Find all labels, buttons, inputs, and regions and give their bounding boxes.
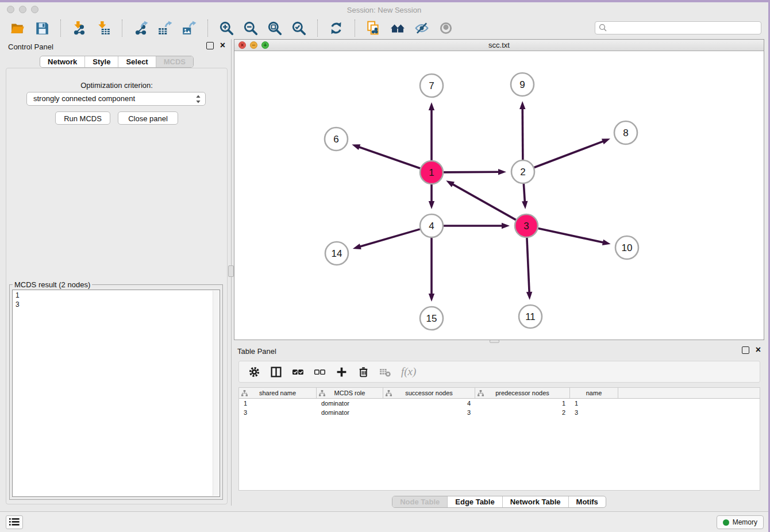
edge-arrow-4-15: [429, 294, 434, 302]
table-float-icon[interactable]: [742, 346, 749, 354]
control-panel: Control Panel × NetworkStyleSelectMCDS O…: [5, 39, 229, 507]
table-cell[interactable]: 3: [239, 409, 317, 416]
window-title: Session: New Session: [0, 6, 768, 14]
table-row[interactable]: 1dominator411: [239, 399, 760, 408]
export-network-button[interactable]: [132, 19, 150, 37]
import-table-button[interactable]: [94, 19, 113, 37]
edge-3-1[interactable]: [452, 184, 516, 220]
search-container: [595, 21, 761, 34]
duplicate-network-icon: [366, 21, 381, 36]
vertical-splitter-handle[interactable]: [228, 265, 234, 277]
node-label-15: 15: [426, 313, 437, 324]
split-panel-button[interactable]: [268, 363, 285, 380]
result-scrollbar[interactable]: [213, 291, 219, 496]
export-image-button[interactable]: [180, 19, 198, 37]
toolbar-separator: [207, 20, 208, 37]
tab-node-table[interactable]: Node Table: [392, 496, 447, 507]
mcds-result-group: MCDS result (2 nodes) 13: [9, 284, 223, 500]
edge-2-9[interactable]: [522, 108, 523, 160]
table-cell[interactable]: 2: [475, 409, 570, 416]
zoom-fit-button[interactable]: [265, 19, 284, 37]
table-cell[interactable]: 1: [570, 400, 618, 407]
run-mcds-button[interactable]: Run MCDS: [55, 111, 110, 125]
table-cell[interactable]: dominator: [317, 409, 383, 416]
duplicate-network-button[interactable]: [364, 19, 383, 37]
column-header-MCDS-role[interactable]: MCDS role: [317, 388, 383, 398]
edge-1-6[interactable]: [359, 147, 420, 169]
tab-edge-table[interactable]: Edge Table: [447, 496, 502, 507]
edge-1-2[interactable]: [444, 172, 499, 172]
network-titlebar[interactable]: × − + scc.txt: [234, 40, 764, 51]
table-cell[interactable]: 1: [239, 400, 317, 407]
column-header-predecessor-nodes[interactable]: predecessor nodes: [475, 388, 570, 398]
table-close-icon[interactable]: ×: [756, 345, 761, 355]
export-table-button[interactable]: [156, 19, 174, 37]
zoom-out-button[interactable]: [241, 19, 260, 37]
toolbar-separator: [60, 20, 61, 37]
tab-style[interactable]: Style: [84, 56, 118, 67]
node-label-9: 9: [519, 79, 525, 90]
column-header-successor-nodes[interactable]: successor nodes: [383, 388, 475, 398]
zoom-selected-button[interactable]: [290, 19, 308, 37]
network-minimize-button[interactable]: −: [250, 41, 257, 49]
criterion-dropdown[interactable]: strongly connected component: [26, 92, 206, 106]
close-panel-icon[interactable]: ×: [220, 40, 225, 51]
home-button[interactable]: [388, 19, 407, 37]
edge-3-11[interactable]: [527, 238, 529, 293]
tab-network[interactable]: Network: [40, 56, 84, 67]
table-cell[interactable]: dominator: [317, 400, 383, 407]
table-cell[interactable]: 4: [383, 400, 475, 407]
export-image-icon: [182, 21, 197, 36]
column-header-name[interactable]: name: [570, 388, 618, 398]
settings-button[interactable]: [246, 363, 263, 380]
export-table-icon: [157, 21, 172, 36]
refresh-button[interactable]: [327, 19, 345, 37]
criterion-value: strongly connected component: [33, 94, 135, 103]
table-header-row: shared nameMCDS rolesuccessor nodesprede…: [239, 388, 760, 399]
tab-network-table[interactable]: Network Table: [502, 496, 568, 507]
network-maximize-button[interactable]: +: [261, 41, 269, 49]
edge-arrow-1-6: [352, 144, 360, 150]
memory-button[interactable]: Memory: [717, 515, 764, 529]
import-network-button[interactable]: [70, 19, 88, 37]
mcds-result-line: 3: [16, 300, 217, 309]
tab-motifs[interactable]: Motifs: [568, 496, 606, 507]
delete-row-button[interactable]: [355, 363, 372, 380]
edge-arrow-2-8: [602, 138, 610, 144]
table-row[interactable]: 3dominator323: [239, 408, 760, 417]
open-file-button[interactable]: [9, 19, 27, 37]
show-eye-button[interactable]: [437, 19, 455, 37]
attribute-icon: [478, 390, 484, 396]
edge-2-3[interactable]: [523, 184, 525, 202]
edge-2-8[interactable]: [534, 141, 604, 168]
search-input[interactable]: [595, 21, 761, 34]
table-cell[interactable]: 3: [570, 409, 618, 416]
column-header-shared-name[interactable]: shared name: [239, 388, 317, 398]
network-close-button[interactable]: ×: [238, 41, 246, 49]
attribute-icon: [386, 390, 392, 396]
save-session-button[interactable]: [33, 19, 51, 37]
tab-select[interactable]: Select: [118, 56, 155, 67]
zoom-in-button[interactable]: [217, 19, 236, 37]
show-panels-button[interactable]: [6, 515, 23, 529]
network-canvas[interactable]: 7968124314101511: [234, 52, 764, 340]
select-all-button[interactable]: [290, 363, 307, 380]
mcds-panel: Optimization criterion: strongly connect…: [6, 68, 228, 504]
zoom-in-icon: [219, 21, 234, 36]
table-cell[interactable]: 3: [383, 409, 475, 416]
mcds-result-box[interactable]: 13: [12, 290, 220, 497]
edge-4-14[interactable]: [359, 229, 419, 247]
edge-3-10[interactable]: [538, 228, 604, 242]
table-cell[interactable]: 1: [475, 400, 570, 407]
network-canvas-svg[interactable]: 7968124314101511: [234, 52, 764, 340]
deselect-all-button[interactable]: [311, 363, 329, 380]
tab-mcds[interactable]: MCDS: [156, 56, 193, 67]
toolbar-separator: [317, 20, 318, 37]
import-table-icon: [96, 21, 111, 36]
add-row-button[interactable]: [333, 363, 351, 380]
float-panel-icon[interactable]: [206, 42, 214, 49]
close-panel-button[interactable]: Close panel: [118, 111, 178, 125]
hide-panels-button[interactable]: [413, 19, 431, 37]
table-tabs: Node TableEdge TableNetwork TableMotifs: [234, 496, 764, 508]
optimization-criterion-label: Optimization criterion:: [6, 81, 227, 90]
